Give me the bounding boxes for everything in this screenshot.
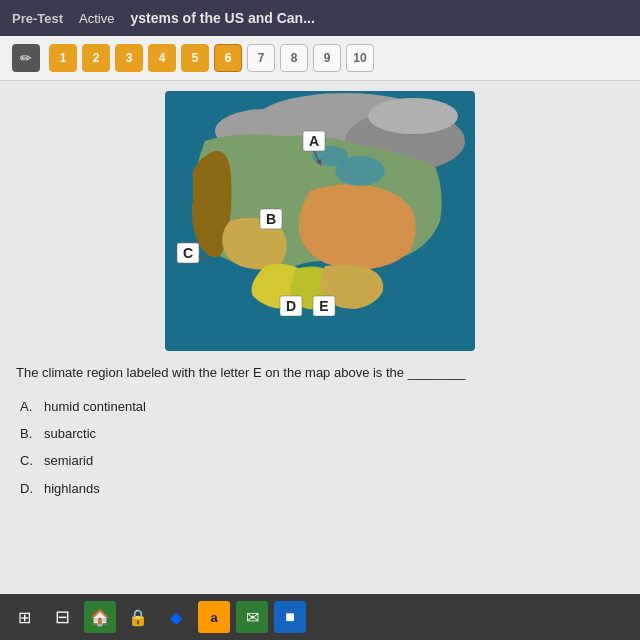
question-nav: ✏ 1 2 3 4 5 6 7 8 9 10	[0, 36, 640, 81]
choice-a-text: humid continental	[44, 395, 146, 418]
question-btn-9[interactable]: 9	[313, 44, 341, 72]
svg-text:E: E	[319, 298, 328, 314]
question-btn-5[interactable]: 5	[181, 44, 209, 72]
taskbar-dropbox-icon[interactable]: ◆	[160, 601, 192, 633]
taskbar-active-app-icon[interactable]: ■	[274, 601, 306, 633]
screen: Pre-Test Active ystems of the US and Can…	[0, 0, 640, 640]
svg-text:A: A	[309, 133, 319, 149]
choice-a[interactable]: A. humid continental	[20, 393, 624, 420]
question-btn-6[interactable]: 6	[214, 44, 242, 72]
svg-point-4	[368, 98, 458, 134]
svg-text:C: C	[183, 245, 193, 261]
choice-d[interactable]: D. highlands	[20, 475, 624, 502]
main-content: A B C D E	[0, 81, 640, 640]
taskbar: ⊞ ⊟ 🏠 🔒 ◆ a ✉ ■	[0, 594, 640, 640]
answer-choices: A. humid continental B. subarctic C. sem…	[16, 393, 624, 503]
page-title: ystems of the US and Can...	[130, 10, 628, 26]
map-container: A B C D E	[165, 91, 475, 351]
question-btn-8[interactable]: 8	[280, 44, 308, 72]
taskbar-lock-icon[interactable]: 🔒	[122, 601, 154, 633]
choice-c-text: semiarid	[44, 449, 93, 472]
question-btn-3[interactable]: 3	[115, 44, 143, 72]
question-btn-4[interactable]: 4	[148, 44, 176, 72]
top-bar: Pre-Test Active ystems of the US and Can…	[0, 0, 640, 36]
question-btn-10[interactable]: 10	[346, 44, 374, 72]
question-btn-1[interactable]: 1	[49, 44, 77, 72]
pre-test-label: Pre-Test	[12, 11, 63, 26]
map-svg: A B C D E	[165, 91, 475, 351]
pencil-button[interactable]: ✏	[12, 44, 40, 72]
choice-b-text: subarctic	[44, 422, 96, 445]
taskbar-windows-icon[interactable]: ⊞	[8, 601, 40, 633]
choice-c-letter: C.	[20, 449, 36, 472]
choice-d-letter: D.	[20, 477, 36, 500]
choice-b[interactable]: B. subarctic	[20, 420, 624, 447]
question-btn-2[interactable]: 2	[82, 44, 110, 72]
choice-a-letter: A.	[20, 395, 36, 418]
active-label: Active	[79, 11, 114, 26]
taskbar-icon-2[interactable]: ⊟	[46, 601, 78, 633]
svg-text:D: D	[286, 298, 296, 314]
taskbar-files-icon[interactable]: 🏠	[84, 601, 116, 633]
choice-d-text: highlands	[44, 477, 100, 500]
choice-c[interactable]: C. semiarid	[20, 447, 624, 474]
question-btn-7[interactable]: 7	[247, 44, 275, 72]
taskbar-mail-icon[interactable]: ✉	[236, 601, 268, 633]
svg-text:B: B	[266, 211, 276, 227]
choice-b-letter: B.	[20, 422, 36, 445]
taskbar-amazon-icon[interactable]: a	[198, 601, 230, 633]
question-text: The climate region labeled with the lett…	[16, 363, 624, 383]
